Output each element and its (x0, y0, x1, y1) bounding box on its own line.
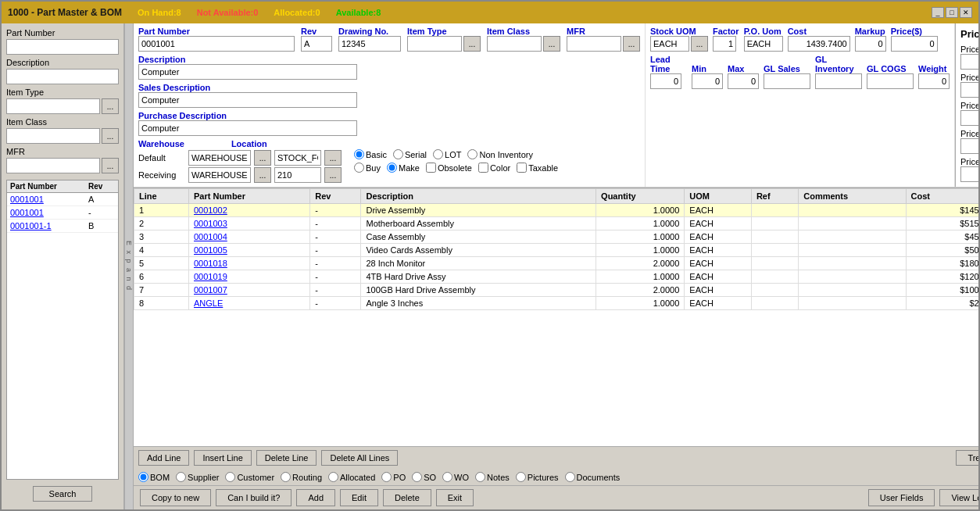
tab-routing[interactable]: Routing (281, 472, 322, 482)
receiving-location-browse[interactable]: ... (324, 167, 342, 183)
insert-line-button[interactable]: Insert Line (194, 450, 251, 466)
list-item[interactable]: 0001001-1 B (7, 220, 118, 233)
tab-documents-radio[interactable] (565, 472, 575, 482)
cost-input[interactable] (788, 36, 850, 52)
tab-pictures-radio[interactable] (516, 472, 526, 482)
taxable-checkbox-label[interactable]: Taxable (517, 163, 558, 173)
tab-po-radio[interactable] (381, 472, 392, 482)
basic-radio-label[interactable]: Basic (354, 149, 387, 159)
search-button[interactable]: Search (33, 486, 93, 502)
table-row[interactable]: 3 0001004 - Case Assembly 1.0000 EACH $4… (134, 230, 979, 244)
item-class-detail-browse[interactable]: ... (543, 36, 560, 52)
item-class-browse-button[interactable]: ... (102, 128, 119, 144)
purch-desc-input[interactable] (138, 120, 357, 136)
receiving-warehouse-input[interactable] (188, 167, 251, 183)
part-link-2[interactable]: 0001001 (10, 208, 44, 217)
default-warehouse-browse[interactable]: ... (254, 150, 271, 166)
tab-pictures[interactable]: Pictures (516, 472, 559, 482)
po-uom-input[interactable] (744, 36, 783, 52)
buy-radio[interactable] (354, 163, 364, 173)
basic-radio[interactable] (354, 149, 364, 159)
tab-so-radio[interactable] (412, 472, 422, 482)
item-type-detail-input[interactable] (407, 36, 462, 52)
gl-cogs-input[interactable] (867, 73, 914, 89)
serial-radio[interactable] (393, 149, 403, 159)
tab-routing-radio[interactable] (281, 472, 291, 482)
part-link-1[interactable]: 0001001 (10, 195, 44, 204)
mfr-detail-input[interactable] (567, 36, 621, 52)
gl-sales-input[interactable] (764, 73, 810, 89)
obsolete-checkbox[interactable] (426, 163, 436, 173)
gl-inventory-input[interactable] (815, 73, 862, 89)
exit-button[interactable]: Exit (436, 489, 474, 506)
tree-view-button[interactable]: Tree View (956, 450, 978, 466)
item-type-detail-browse[interactable]: ... (463, 36, 481, 52)
tab-bom[interactable]: BOM (138, 472, 170, 482)
tab-supplier-radio[interactable] (176, 472, 186, 482)
price4-input[interactable] (960, 82, 978, 98)
description-detail-input[interactable] (138, 64, 357, 80)
delete-all-lines-button[interactable]: Delete All Lines (321, 450, 398, 466)
list-item[interactable]: 0001001 A (7, 193, 118, 206)
left-part-number-input[interactable] (6, 39, 119, 55)
left-item-type-input[interactable] (6, 98, 100, 114)
max-input[interactable] (728, 73, 759, 89)
min-input[interactable] (692, 73, 723, 89)
color-checkbox-label[interactable]: Color (478, 163, 510, 173)
delete-line-button[interactable]: Delete Line (256, 450, 317, 466)
user-fields-button[interactable]: User Fields (868, 489, 935, 506)
lead-time-input[interactable] (650, 73, 681, 89)
default-location-input[interactable] (274, 150, 321, 166)
part-link-3[interactable]: 0001001-1 (10, 221, 52, 230)
view-locations-button[interactable]: View Locations (939, 489, 978, 506)
non-inv-radio-label[interactable]: Non Inventory (467, 149, 532, 159)
rev-detail-input[interactable] (301, 36, 332, 52)
table-row[interactable]: 5 0001018 - 28 Inch Monitor 2.0000 EACH … (134, 257, 979, 270)
serial-radio-label[interactable]: Serial (393, 149, 427, 159)
weight-input[interactable] (918, 73, 950, 89)
tab-notes[interactable]: Notes (475, 472, 510, 482)
receiving-warehouse-browse[interactable]: ... (254, 167, 271, 183)
color-checkbox[interactable] (478, 163, 488, 173)
buy-radio-label[interactable]: Buy (354, 163, 381, 173)
stock-uom-input[interactable] (650, 36, 689, 52)
tab-customer[interactable]: Customer (225, 472, 274, 482)
price10-input[interactable] (960, 166, 978, 182)
minimize-button[interactable]: _ (932, 7, 944, 18)
default-location-browse[interactable]: ... (324, 150, 342, 166)
tab-customer-radio[interactable] (225, 472, 235, 482)
factor-input[interactable] (713, 36, 736, 52)
bom-table-container[interactable]: Line Part Number Rev Description Quantit… (134, 188, 978, 446)
tab-allocated[interactable]: Allocated (328, 472, 375, 482)
mfr-detail-browse[interactable]: ... (623, 36, 640, 52)
add-button[interactable]: Add (296, 489, 335, 506)
lot-radio[interactable] (433, 149, 443, 159)
price8-input[interactable] (960, 138, 978, 154)
table-row[interactable]: 6 0001019 - 4TB Hard Drive Assy 1.0000 E… (134, 270, 979, 284)
tab-wo-radio[interactable] (442, 472, 452, 482)
non-inventory-radio[interactable] (467, 149, 477, 159)
markup-input[interactable] (855, 36, 886, 52)
stock-uom-browse[interactable]: ... (691, 36, 708, 52)
lot-radio-label[interactable]: LOT (433, 149, 461, 159)
copy-to-new-button[interactable]: Copy to new (140, 489, 211, 506)
delete-button[interactable]: Delete (383, 489, 431, 506)
make-radio[interactable] (387, 163, 397, 173)
tab-wo[interactable]: WO (442, 472, 469, 482)
table-row[interactable]: 8 ANGLE - Angle 3 Inches 1.0000 EACH $2.… (134, 297, 979, 310)
obsolete-checkbox-label[interactable]: Obsolete (426, 163, 472, 173)
table-row[interactable]: 1 0001002 - Drive Assembly 1.0000 EACH $… (134, 204, 979, 217)
tab-supplier[interactable]: Supplier (176, 472, 219, 482)
default-warehouse-input[interactable] (188, 150, 251, 166)
tab-bom-radio[interactable] (138, 472, 148, 482)
drawing-no-input[interactable] (338, 36, 401, 52)
part-number-detail-input[interactable] (138, 36, 295, 52)
add-line-button[interactable]: Add Line (138, 450, 189, 466)
mfr-browse-button[interactable]: ... (102, 158, 119, 173)
price-input[interactable] (891, 36, 938, 52)
item-class-detail-input[interactable] (487, 36, 542, 52)
table-row[interactable]: 4 0001005 - Video Cards Assembly 1.0000 … (134, 244, 979, 257)
sales-desc-input[interactable] (138, 92, 357, 108)
left-item-class-input[interactable] (6, 128, 100, 144)
tab-notes-radio[interactable] (475, 472, 485, 482)
